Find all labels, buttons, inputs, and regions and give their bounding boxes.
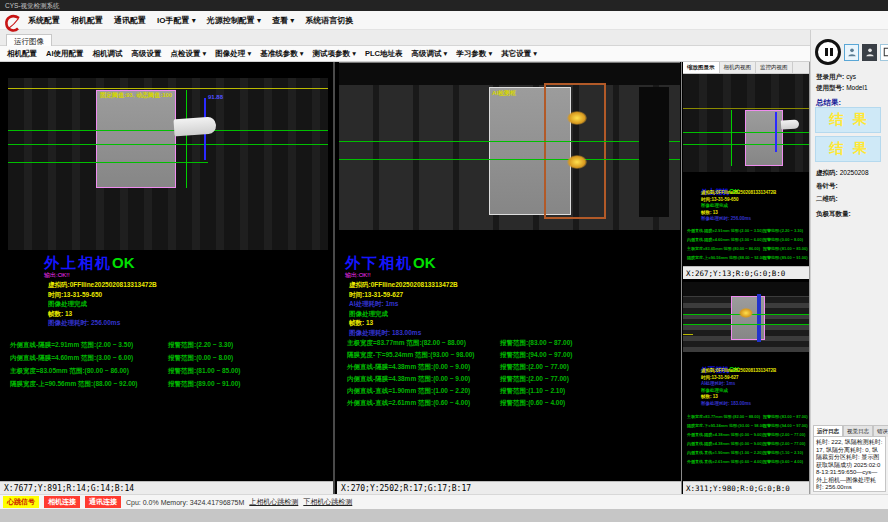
left-alarm-range: 报警范围:(89.00 ~ 91.00) — [168, 380, 240, 389]
app-window: CYS-视觉检测系统 系统配置 相机配置 通讯配置 IO手配置 ▾ 光源控制配置… — [0, 0, 888, 522]
login-user-value: cys — [846, 73, 856, 80]
zoom-bottom-info: 虚拟码:0FFIline2025020813313472B 时间:13-31-5… — [701, 368, 776, 407]
zoom-top-image[interactable] — [683, 74, 810, 172]
bottom-measure-value: 外侧直线-直线=2.61mm 范围:(0.60 ~ 4.00) — [347, 399, 470, 408]
bottom-barcode: 虚拟码:0FFIline2025020813313472B — [349, 280, 458, 290]
bottom-measure-row: 外侧直线-直线=2.61mm 范围:(0.60 ~ 4.00) 报警范围:(0.… — [337, 399, 681, 412]
bottom-camera-image[interactable]: AI检测框 — [339, 62, 680, 230]
left-dim-label: 91.88 — [208, 94, 223, 100]
status-bar: 心跳信号 相机连接 通讯连接 Cpu: 0.0% Memory: 3424.41… — [0, 494, 888, 509]
operator-button[interactable] — [862, 44, 877, 61]
left-time: 时间:13-31-59-650 — [48, 290, 157, 300]
left-camera-status: OK — [112, 254, 135, 271]
bottom-measure-line-1 — [339, 141, 680, 142]
left-measure-value: 外侧直线-隔膜=2.91mm 范围:(2.00 ~ 3.50) — [10, 341, 133, 350]
bottom-time: 时间:13-31-59-627 — [349, 290, 458, 300]
zoom-top-measure: 主极宽度=83.05mm 范围:(80.00 ~ 86.00) — [687, 246, 760, 251]
log-output[interactable]: 耗时: 222, 纵隔检测耗时: 17, 纵隔分离耗时: 0, 纵隔裁剪分区耗时… — [813, 436, 886, 492]
left-elapsed: 图像处理耗时: 256.00ms — [48, 318, 157, 328]
tool-camera-debug[interactable]: 相机调试 — [93, 49, 123, 59]
tool-advanced-settings[interactable]: 高级设置 — [132, 49, 162, 59]
user-icon — [847, 47, 857, 57]
tab-zoom-display[interactable]: 缩放图显示 — [683, 62, 720, 73]
bottom-output-flag: 输出:OK!! — [345, 271, 436, 280]
tool-ai-config[interactable]: AI使用配置 — [46, 49, 84, 59]
zoom-top-measure: 隔膜宽度-上=90.56mm 范围:(88.00 ~ 92.00) — [687, 255, 765, 260]
left-camera-image[interactable]: 固定阈值:93, 动态阈值:100 91.88 — [8, 78, 328, 250]
zoom-bottom-row: 外侧直线-直线=2.61mm 范围:(0.60 ~ 4.00) 报警范围:(0.… — [683, 459, 809, 468]
left-measure-value: 主极宽度=83.05mm 范围:(80.00 ~ 86.00) — [10, 367, 129, 376]
left-threshold-overlay-text: 固定阈值:93, 动态阈值:100 — [100, 91, 172, 100]
user-button[interactable] — [844, 44, 859, 61]
zoom-top-yellow-line — [683, 108, 810, 109]
tool-test-params[interactable]: 测试项参数 ▾ — [313, 49, 356, 59]
vcode-label: 虚拟码: — [816, 169, 838, 176]
camera-connection-badge: 相机连接 — [44, 496, 80, 508]
bottom-glow-spot-1 — [567, 111, 587, 125]
left-baseline-yellow — [8, 88, 328, 89]
tab-monitor-view[interactable]: 监控内视图 — [756, 62, 793, 73]
tool-image-processing[interactable]: 图像处理 ▾ — [215, 49, 251, 59]
lower-camera-heartbeat-link[interactable]: 下相机心跳检测 — [303, 497, 352, 507]
bottom-alarm-range: 报警范围:(94.00 ~ 97.00) — [500, 351, 572, 360]
tab-camera-view[interactable]: 相机内视图 — [720, 62, 757, 73]
bottom-elapsed: 图像处理耗时: 183.00ms — [349, 328, 458, 338]
upper-camera-heartbeat-link[interactable]: 上相机心跳检测 — [249, 497, 298, 507]
zoom-top-row: 主极宽度=83.05mm 范围:(80.00 ~ 86.00) 报警范围:(81… — [683, 246, 809, 255]
cpu-memory-readout: Cpu: 0.0% Memory: 3424.41796875M — [126, 499, 244, 506]
pause-button[interactable] — [815, 39, 841, 65]
exit-door-icon — [883, 47, 888, 57]
tool-baseline-params[interactable]: 基准线参数 ▾ — [260, 49, 303, 59]
control-sidebar: 登录用户:cys 使用型号:Model1 总结果: 结果 结果 虚拟码:2025… — [810, 30, 888, 494]
menu-view[interactable]: 查看 ▾ — [272, 15, 294, 26]
logout-button[interactable] — [880, 44, 888, 61]
anode-count-row: 负极耳数量: — [816, 210, 851, 219]
tool-camera-config[interactable]: 相机配置 — [7, 49, 37, 59]
zoom-bottom-image[interactable] — [683, 282, 810, 352]
zoom-bottom-measure: 外侧直线-直线=2.61mm 范围:(0.60 ~ 4.00) — [687, 459, 763, 464]
result-box-bottom: 结果 — [815, 136, 881, 162]
zoom-bottom-elapsed: 图像处理耗时: 183.00ms — [701, 401, 776, 408]
bottom-ai-overlay-text: AI检测框 — [492, 89, 516, 98]
left-measure-row: 内侧直线-隔膜=4.60mm 范围:(3.00 ~ 6.00) 报警范围:(0.… — [0, 354, 333, 367]
bottom-alarm-range: 报警范围:(1.10 ~ 2.10) — [500, 387, 565, 396]
sidebar-buttons — [815, 39, 888, 65]
zoom-bottom-row: 外侧直线-隔膜=4.38mm 范围:(0.00 ~ 9.00) 报警范围:(2.… — [683, 432, 809, 441]
result-bottom-text: 结果 — [819, 140, 877, 158]
login-user-row: 登录用户:cys — [816, 73, 856, 82]
zoom-top-info: 虚拟码:0FFIline2025020813313472B 时间:13-31-5… — [701, 190, 776, 223]
menu-io-config[interactable]: IO手配置 ▾ — [157, 15, 196, 26]
zoom-bottom-glow — [739, 308, 753, 318]
tool-other-settings[interactable]: 其它设置 ▾ — [501, 49, 537, 59]
zoom-top-separator — [745, 110, 783, 166]
heartbeat-badge: 心跳信号 — [3, 496, 39, 508]
left-frames: 帧数: 13 — [48, 309, 157, 319]
menu-language-switch[interactable]: 系统语言切换 — [305, 15, 353, 26]
left-alarm-range: 报警范围:(0.00 ~ 8.00) — [168, 354, 233, 363]
tool-spot-check[interactable]: 点检设置 ▾ — [171, 49, 207, 59]
bottom-info-block: 虚拟码:0FFIline2025020813313472B 时间:13-31-5… — [349, 280, 458, 337]
window-titlebar[interactable]: CYS-视觉检测系统 — [0, 0, 888, 11]
left-pixel-coords: X:7677;Y:891;R:14;G:14;B:14 — [0, 481, 333, 494]
menu-system-config[interactable]: 系统配置 — [28, 15, 60, 26]
menu-light-config[interactable]: 光源控制配置 ▾ — [207, 15, 261, 26]
tool-advanced-debug[interactable]: 高级调试 ▾ — [411, 49, 447, 59]
zoom-bottom-row: 隔膜宽度-下=95.24mm 范围:(93.00 ~ 98.00) 报警范围:(… — [683, 423, 809, 432]
tool-plc-address[interactable]: PLC地址表 — [365, 49, 403, 59]
zoom-top-alarm: 报警范围:(0.00 ~ 8.00) — [763, 237, 803, 242]
bottom-pixel-coords: X:270;Y:2502;R:17;G:17;B:17 — [337, 481, 681, 494]
menu-camera-config[interactable]: 相机配置 — [71, 15, 103, 26]
tool-learn-params[interactable]: 学习参数 ▾ — [456, 49, 492, 59]
menu-comm-config[interactable]: 通讯配置 — [114, 15, 146, 26]
bottom-measure-line-2 — [339, 159, 680, 160]
bottom-slot-shadow — [639, 87, 669, 217]
zoom-top-alarm: 报警范围:(89.00 ~ 91.00) — [763, 255, 808, 260]
zoom-bottom-yellow-mark — [683, 334, 693, 335]
tab-strip: 运行图像 — [0, 30, 810, 46]
vcode-row: 虚拟码:20250208 — [816, 169, 869, 178]
left-result-header: 外上相机OK 输出:OK!! — [44, 254, 135, 280]
zoom-bottom-measure: 内侧直线-直线=1.90mm 范围:(1.00 ~ 2.20) — [687, 450, 763, 455]
zoom-bottom-row: 内侧直线-直线=1.90mm 范围:(1.00 ~ 2.20) 报警范围:(1.… — [683, 450, 809, 459]
zoom-top-barcode: 虚拟码:0FFIline2025020813313472B — [701, 190, 776, 197]
zoom-top-green-line-2 — [683, 144, 810, 145]
